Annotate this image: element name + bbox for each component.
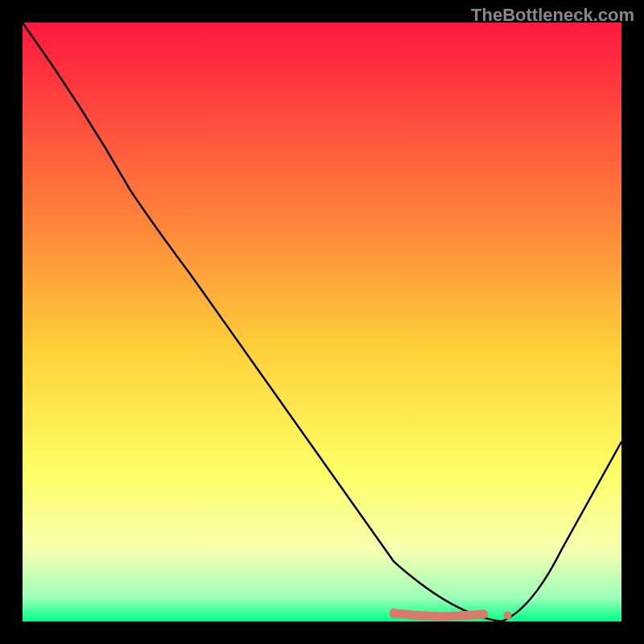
marker-dot	[426, 612, 434, 620]
marker-dot	[504, 612, 512, 620]
watermark: TheBottleneck.com	[471, 5, 634, 26]
marker-dot	[462, 612, 470, 620]
bottleneck-chart	[23, 23, 621, 621]
chart-svg	[23, 23, 621, 621]
marker-dot	[450, 612, 458, 620]
marker-dot	[402, 610, 410, 618]
marker-dot	[414, 612, 422, 620]
marker-dot	[438, 613, 446, 621]
marker-dot	[480, 610, 488, 618]
heatmap-background	[23, 23, 621, 621]
marker-dot	[390, 609, 398, 617]
